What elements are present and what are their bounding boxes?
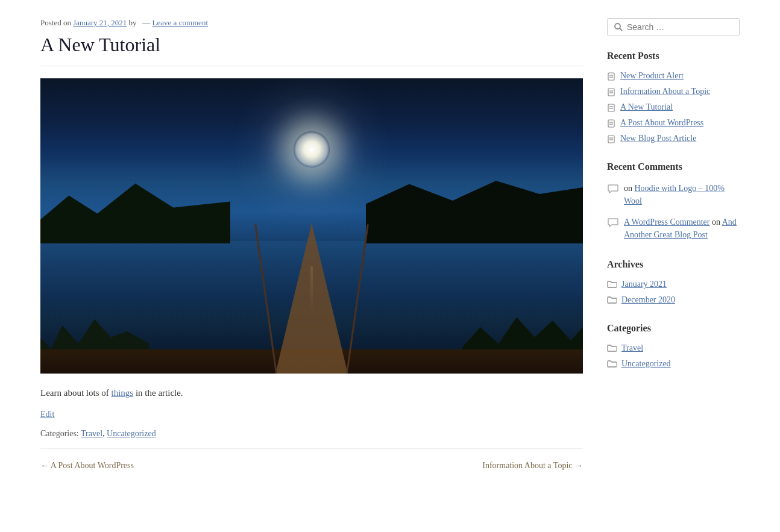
comment-icon [607,183,619,195]
categories-title: Categories [607,323,740,334]
svg-rect-8 [608,104,614,111]
archive-link-2[interactable]: December 2020 [621,295,675,305]
next-post-link[interactable]: Information About a Topic → [482,461,583,471]
comment-text-1: on Hoodie with Logo – 100% Wool [624,182,740,207]
svg-line-1 [620,28,622,31]
mountain-right [366,177,583,243]
recent-post-link-5[interactable]: New Blog Post Article [620,134,696,143]
archive-item-1: January 2021 [607,280,740,289]
post-excerpt: Learn about lots of things in the articl… [40,386,583,400]
svg-rect-5 [608,89,614,96]
post-date-link[interactable]: January 21, 2021 [73,18,127,27]
comment-text-2: A WordPress Commenter on And Another Gre… [624,216,740,241]
folder-icon [607,280,617,289]
doc-icon [607,135,615,143]
recent-post-link-4[interactable]: A Post About WordPress [620,118,703,128]
post-divider [40,66,583,66]
archives-section: Archives January 2021 December 2020 [607,259,740,305]
recent-comments-title: Recent Comments [607,161,740,172]
moon-decoration [294,131,330,167]
by-label: by [129,18,137,27]
category-item-1: Travel [607,343,740,353]
leave-comment-link[interactable]: Leave a comment [153,18,208,27]
recent-posts-section: Recent Posts New Product Alert [607,51,740,143]
edit-link[interactable]: Edit [40,410,54,419]
category-link-1[interactable]: Travel [621,343,643,353]
things-link[interactable]: things [111,388,133,398]
svg-point-0 [615,23,620,29]
categories-prefix: Categories: [40,429,79,438]
recent-posts-list: New Product Alert Information About a To… [607,71,740,143]
featured-image-wrapper [40,78,583,374]
search-icon [614,22,623,32]
posted-on-label: Posted on [40,18,71,27]
category-uncategorized[interactable]: Uncategorized [107,429,156,438]
archive-list: January 2021 December 2020 [607,280,740,305]
folder-icon [607,343,617,353]
recent-posts-title: Recent Posts [607,51,740,61]
category-travel[interactable]: Travel [81,429,102,438]
svg-rect-11 [608,120,614,127]
separator: — [142,18,150,27]
comment-post-link-1[interactable]: Hoodie with Logo – 100% Wool [624,184,725,205]
post-categories: Categories: Travel, Uncategorized [40,429,583,439]
search-box[interactable] [607,18,740,36]
folder-icon [607,359,617,369]
doc-icon [607,72,615,81]
post-meta: Posted on January 21, 2021 by — Leave a … [40,18,583,28]
dock [227,211,396,374]
recent-post-link-2[interactable]: Information About a Topic [620,87,710,96]
featured-image [40,78,583,374]
recent-comments-section: Recent Comments on Hoodie with Logo – 10… [607,161,740,241]
category-item-2: Uncategorized [607,359,740,369]
post-navigation: ← A Post About WordPress Information Abo… [40,448,583,471]
list-item: A Post About WordPress [607,118,740,128]
svg-rect-2 [608,73,614,80]
list-item: Information About a Topic [607,87,740,96]
archive-link-1[interactable]: January 2021 [621,280,667,289]
folder-icon [607,295,617,305]
dock-rail-left [254,224,277,374]
recent-post-link-1[interactable]: New Product Alert [620,71,684,81]
doc-icon [607,119,615,128]
category-link-2[interactable]: Uncategorized [621,359,671,369]
archive-item-2: December 2020 [607,295,740,305]
main-content: Posted on January 21, 2021 by — Leave a … [40,18,583,471]
page-wrapper: Posted on January 21, 2021 by — Leave a … [28,0,752,489]
list-item: New Product Alert [607,71,740,81]
comment-entry-1: on Hoodie with Logo – 100% Wool [607,182,740,207]
prev-post-link[interactable]: ← A Post About WordPress [40,461,134,471]
doc-icon [607,88,615,96]
search-input[interactable] [627,22,733,32]
mountain-left [40,183,230,243]
svg-rect-14 [608,136,614,143]
commenter-link-2[interactable]: A WordPress Commenter [624,217,710,227]
doc-icon [607,104,615,112]
list-item: New Blog Post Article [607,134,740,143]
archives-title: Archives [607,259,740,270]
sidebar: Recent Posts New Product Alert [607,18,740,471]
post-title: A New Tutorial [40,34,583,56]
categories-section: Categories Travel Uncategorized [607,323,740,369]
dock-surface [275,223,348,374]
category-list: Travel Uncategorized [607,343,740,369]
comment-icon [607,217,619,229]
comment-entry-2: A WordPress Commenter on And Another Gre… [607,216,740,241]
post-edit: Edit [40,410,583,419]
recent-post-link-3[interactable]: A New Tutorial [620,102,673,112]
dock-rail-right [346,224,369,374]
list-item: A New Tutorial [607,102,740,112]
